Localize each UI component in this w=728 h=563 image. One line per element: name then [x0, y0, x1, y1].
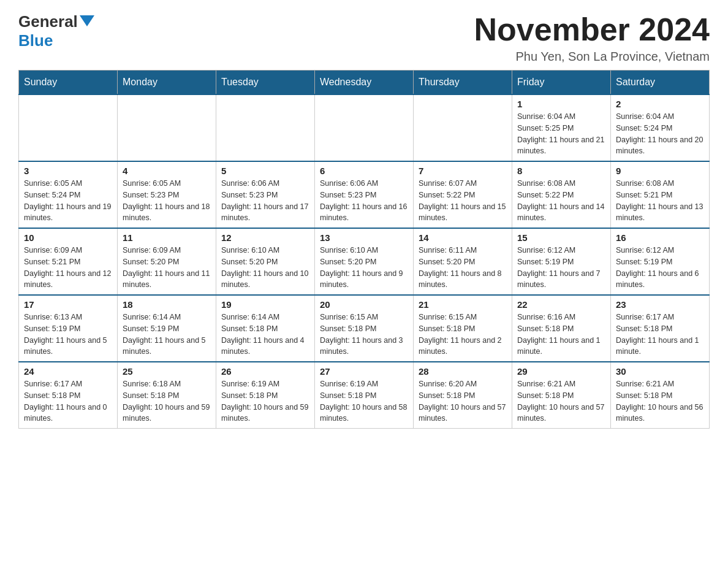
calendar-cell: 25Sunrise: 6:18 AMSunset: 5:18 PMDayligh… [118, 362, 216, 429]
day-number: 30 [616, 366, 704, 377]
weekday-header-wednesday: Wednesday [315, 71, 414, 95]
calendar-cell: 7Sunrise: 6:07 AMSunset: 5:22 PMDaylight… [414, 161, 512, 228]
calendar-cell: 14Sunrise: 6:11 AMSunset: 5:20 PMDayligh… [414, 228, 512, 295]
calendar-cell [414, 94, 512, 161]
day-number: 11 [123, 232, 211, 243]
day-info: Sunrise: 6:15 AMSunset: 5:18 PMDaylight:… [419, 312, 507, 358]
calendar-cell: 6Sunrise: 6:06 AMSunset: 5:23 PMDaylight… [315, 161, 414, 228]
day-number: 12 [221, 232, 309, 243]
day-info: Sunrise: 6:20 AMSunset: 5:18 PMDaylight:… [419, 378, 507, 424]
calendar-cell: 20Sunrise: 6:15 AMSunset: 5:18 PMDayligh… [315, 295, 414, 362]
day-number: 24 [24, 366, 112, 377]
calendar-cell: 22Sunrise: 6:16 AMSunset: 5:18 PMDayligh… [512, 295, 611, 362]
calendar-cell: 10Sunrise: 6:09 AMSunset: 5:21 PMDayligh… [19, 228, 118, 295]
day-info: Sunrise: 6:18 AMSunset: 5:18 PMDaylight:… [123, 378, 211, 424]
logo: General Blue [18, 12, 94, 50]
day-number: 10 [24, 232, 112, 243]
week-row-5: 24Sunrise: 6:17 AMSunset: 5:18 PMDayligh… [19, 362, 710, 429]
calendar-cell: 11Sunrise: 6:09 AMSunset: 5:20 PMDayligh… [118, 228, 216, 295]
calendar-cell: 30Sunrise: 6:21 AMSunset: 5:18 PMDayligh… [611, 362, 710, 429]
weekday-header-sunday: Sunday [19, 71, 118, 95]
calendar-cell [315, 94, 414, 161]
day-info: Sunrise: 6:15 AMSunset: 5:18 PMDaylight:… [320, 312, 408, 358]
day-info: Sunrise: 6:19 AMSunset: 5:18 PMDaylight:… [320, 378, 408, 424]
weekday-header-friday: Friday [512, 71, 611, 95]
weekday-header-row: SundayMondayTuesdayWednesdayThursdayFrid… [19, 71, 710, 95]
logo-triangle-icon [80, 15, 94, 26]
weekday-header-tuesday: Tuesday [216, 71, 315, 95]
week-row-1: 1Sunrise: 6:04 AMSunset: 5:25 PMDaylight… [19, 94, 710, 161]
calendar-cell: 15Sunrise: 6:12 AMSunset: 5:19 PMDayligh… [512, 228, 611, 295]
day-info: Sunrise: 6:08 AMSunset: 5:21 PMDaylight:… [616, 178, 704, 224]
day-number: 6 [320, 166, 408, 176]
week-row-2: 3Sunrise: 6:05 AMSunset: 5:24 PMDaylight… [19, 161, 710, 228]
calendar-cell: 23Sunrise: 6:17 AMSunset: 5:18 PMDayligh… [611, 295, 710, 362]
day-number: 21 [419, 299, 507, 310]
calendar-cell: 21Sunrise: 6:15 AMSunset: 5:18 PMDayligh… [414, 295, 512, 362]
calendar-cell: 29Sunrise: 6:21 AMSunset: 5:18 PMDayligh… [512, 362, 611, 429]
day-info: Sunrise: 6:05 AMSunset: 5:23 PMDaylight:… [123, 178, 211, 224]
day-number: 3 [24, 166, 112, 176]
title-section: November 2024 Phu Yen, Son La Province, … [474, 12, 710, 64]
day-info: Sunrise: 6:17 AMSunset: 5:18 PMDaylight:… [24, 378, 112, 424]
calendar-cell: 4Sunrise: 6:05 AMSunset: 5:23 PMDaylight… [118, 161, 216, 228]
day-number: 13 [320, 232, 408, 243]
calendar-cell [216, 94, 315, 161]
day-info: Sunrise: 6:21 AMSunset: 5:18 PMDaylight:… [517, 378, 605, 424]
logo-general-text: General [18, 12, 78, 31]
day-number: 15 [517, 232, 605, 243]
day-number: 16 [616, 232, 704, 243]
calendar-cell: 12Sunrise: 6:10 AMSunset: 5:20 PMDayligh… [216, 228, 315, 295]
day-number: 25 [123, 366, 211, 377]
calendar-cell: 8Sunrise: 6:08 AMSunset: 5:22 PMDaylight… [512, 161, 611, 228]
calendar-cell: 1Sunrise: 6:04 AMSunset: 5:25 PMDaylight… [512, 94, 611, 161]
calendar-cell: 28Sunrise: 6:20 AMSunset: 5:18 PMDayligh… [414, 362, 512, 429]
day-info: Sunrise: 6:16 AMSunset: 5:18 PMDaylight:… [517, 312, 605, 358]
day-info: Sunrise: 6:21 AMSunset: 5:18 PMDaylight:… [616, 378, 704, 424]
day-info: Sunrise: 6:17 AMSunset: 5:18 PMDaylight:… [616, 312, 704, 358]
calendar-cell: 26Sunrise: 6:19 AMSunset: 5:18 PMDayligh… [216, 362, 315, 429]
weekday-header-monday: Monday [118, 71, 216, 95]
day-info: Sunrise: 6:12 AMSunset: 5:19 PMDaylight:… [616, 245, 704, 291]
day-info: Sunrise: 6:13 AMSunset: 5:19 PMDaylight:… [24, 312, 112, 358]
calendar-cell: 5Sunrise: 6:06 AMSunset: 5:23 PMDaylight… [216, 161, 315, 228]
day-info: Sunrise: 6:09 AMSunset: 5:21 PMDaylight:… [24, 245, 112, 291]
calendar-cell: 17Sunrise: 6:13 AMSunset: 5:19 PMDayligh… [19, 295, 118, 362]
day-number: 1 [517, 99, 605, 109]
day-number: 26 [221, 366, 309, 377]
weekday-header-saturday: Saturday [611, 71, 710, 95]
day-info: Sunrise: 6:09 AMSunset: 5:20 PMDaylight:… [123, 245, 211, 291]
week-row-3: 10Sunrise: 6:09 AMSunset: 5:21 PMDayligh… [19, 228, 710, 295]
calendar-cell: 16Sunrise: 6:12 AMSunset: 5:19 PMDayligh… [611, 228, 710, 295]
day-number: 20 [320, 299, 408, 310]
day-number: 22 [517, 299, 605, 310]
day-info: Sunrise: 6:06 AMSunset: 5:23 PMDaylight:… [221, 178, 309, 224]
month-title: November 2024 [474, 12, 710, 47]
day-info: Sunrise: 6:04 AMSunset: 5:24 PMDaylight:… [616, 111, 704, 157]
calendar-cell: 24Sunrise: 6:17 AMSunset: 5:18 PMDayligh… [19, 362, 118, 429]
day-number: 8 [517, 166, 605, 176]
day-info: Sunrise: 6:14 AMSunset: 5:19 PMDaylight:… [123, 312, 211, 358]
day-number: 18 [123, 299, 211, 310]
calendar-cell: 3Sunrise: 6:05 AMSunset: 5:24 PMDaylight… [19, 161, 118, 228]
location-subtitle: Phu Yen, Son La Province, Vietnam [474, 50, 710, 64]
calendar-table: SundayMondayTuesdayWednesdayThursdayFrid… [18, 70, 710, 429]
logo-blue-text: Blue [18, 31, 53, 50]
calendar-cell: 9Sunrise: 6:08 AMSunset: 5:21 PMDaylight… [611, 161, 710, 228]
day-info: Sunrise: 6:06 AMSunset: 5:23 PMDaylight:… [320, 178, 408, 224]
day-number: 14 [419, 232, 507, 243]
calendar-cell [118, 94, 216, 161]
calendar-cell: 19Sunrise: 6:14 AMSunset: 5:18 PMDayligh… [216, 295, 315, 362]
day-info: Sunrise: 6:05 AMSunset: 5:24 PMDaylight:… [24, 178, 112, 224]
day-info: Sunrise: 6:08 AMSunset: 5:22 PMDaylight:… [517, 178, 605, 224]
calendar-cell: 13Sunrise: 6:10 AMSunset: 5:20 PMDayligh… [315, 228, 414, 295]
calendar-cell: 27Sunrise: 6:19 AMSunset: 5:18 PMDayligh… [315, 362, 414, 429]
page-header: General Blue November 2024 Phu Yen, Son … [18, 12, 710, 64]
day-number: 5 [221, 166, 309, 176]
day-info: Sunrise: 6:14 AMSunset: 5:18 PMDaylight:… [221, 312, 309, 358]
day-number: 28 [419, 366, 507, 377]
day-number: 4 [123, 166, 211, 176]
day-number: 27 [320, 366, 408, 377]
day-info: Sunrise: 6:10 AMSunset: 5:20 PMDaylight:… [320, 245, 408, 291]
day-info: Sunrise: 6:11 AMSunset: 5:20 PMDaylight:… [419, 245, 507, 291]
